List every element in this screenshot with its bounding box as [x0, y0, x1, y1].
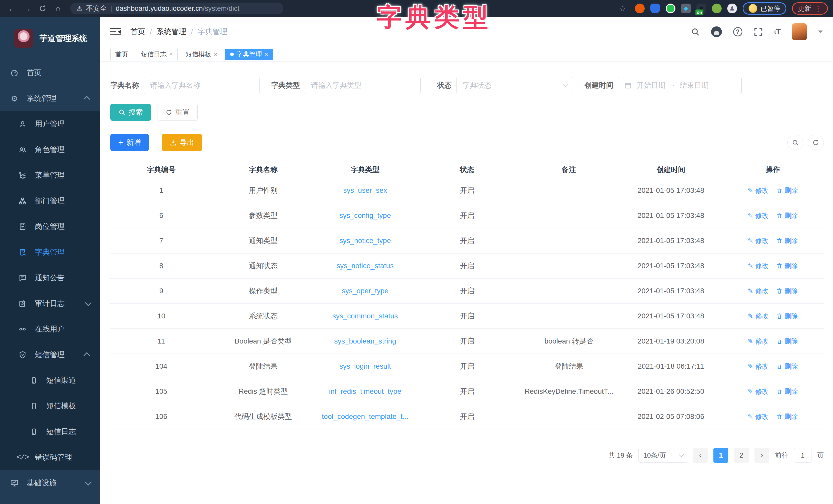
dict-type-link[interactable]: sys_oper_type	[342, 287, 388, 295]
extensions-puzzle-icon[interactable]: ♟	[727, 4, 737, 13]
refresh-table-button[interactable]	[808, 134, 824, 150]
edit-button[interactable]: ✎修改	[748, 236, 769, 245]
delete-button[interactable]: 删除	[776, 261, 798, 271]
close-icon[interactable]: ×	[214, 51, 217, 58]
sidebar-item-roles[interactable]: 角色管理	[0, 137, 100, 162]
dict-type-link[interactable]: sys_notice_type	[339, 236, 391, 245]
sidebar-item-sms[interactable]: 短信管理	[0, 342, 100, 368]
sidebar-item-dict[interactable]: 字典管理	[0, 240, 100, 265]
delete-button[interactable]: 删除	[776, 337, 798, 346]
edit-button[interactable]: ✎修改	[748, 337, 769, 346]
sidebar-item-online-users[interactable]: 在线用户	[0, 316, 100, 342]
sidebar-item-audit-log[interactable]: 审计日志	[0, 291, 100, 316]
dict-type-link[interactable]: sys_boolean_string	[334, 337, 396, 345]
fullscreen-icon[interactable]	[754, 27, 763, 36]
extension-icon[interactable]	[666, 4, 675, 13]
breadcrumb-home[interactable]: 首页	[130, 27, 145, 37]
sidebar-item-error-code[interactable]: </> 错误码管理	[0, 445, 100, 470]
edit-button[interactable]: ✎修改	[748, 362, 769, 371]
extension-icon[interactable]	[635, 4, 645, 13]
page-button-2[interactable]: 2	[734, 448, 749, 463]
tab-sms-log[interactable]: 短信日志 ×	[136, 49, 177, 60]
sidebar-item-posts[interactable]: 岗位管理	[0, 214, 100, 240]
browser-back-button[interactable]: ←	[5, 2, 19, 15]
status-select[interactable]: 字典状态	[456, 77, 573, 94]
dict-type-link[interactable]: sys_user_sex	[343, 186, 387, 195]
export-button[interactable]: 导出	[162, 134, 202, 151]
sidebar-item-home[interactable]: 首页	[0, 60, 100, 85]
edit-button[interactable]: ✎修改	[748, 312, 769, 321]
reset-button[interactable]: 重置	[158, 104, 197, 121]
search-icon[interactable]	[691, 27, 700, 36]
browser-home-button[interactable]: ⌂	[51, 2, 65, 15]
tab-home[interactable]: 首页	[110, 49, 133, 60]
toggle-search-button[interactable]	[787, 134, 803, 150]
close-icon[interactable]: ×	[265, 51, 268, 58]
page-button-1[interactable]: 1	[713, 448, 728, 463]
font-size-icon[interactable]: tT	[774, 27, 781, 36]
avatar-dropdown-caret[interactable]	[818, 30, 823, 33]
browser-update-chip[interactable]: 更新 ⋮	[792, 2, 828, 15]
edit-button[interactable]: ✎修改	[748, 186, 769, 195]
address-bar[interactable]: ⚠ 不安全 | dashboard.yudao.iocoder.cn/syste…	[70, 3, 283, 14]
delete-button[interactable]: 删除	[776, 286, 798, 296]
tab-dict-active[interactable]: 字典管理 ×	[225, 49, 273, 60]
sidebar-item-infrastructure[interactable]: 基础设施	[0, 470, 100, 496]
bookmark-star-icon[interactable]: ☆	[616, 2, 629, 15]
sidebar-item-users[interactable]: 用户管理	[0, 111, 100, 137]
extension-icon[interactable]	[712, 4, 722, 13]
delete-button[interactable]: 删除	[776, 387, 798, 396]
dict-type-link[interactable]: sys_notice_status	[337, 262, 394, 270]
edit-button[interactable]: ✎修改	[748, 261, 769, 271]
page-size-select[interactable]: 10条/页	[639, 448, 687, 463]
browser-menu-icon[interactable]: ⋮	[814, 4, 822, 13]
prev-page-button[interactable]: ‹	[693, 448, 708, 463]
edit-button[interactable]: ✎修改	[748, 286, 769, 296]
sidebar-item-menus[interactable]: 菜单管理	[0, 162, 100, 188]
help-icon[interactable]: ?	[733, 27, 742, 36]
dict-type-link[interactable]: sys_common_status	[332, 312, 398, 320]
delete-button[interactable]: 删除	[776, 211, 798, 220]
edit-button[interactable]: ✎修改	[748, 412, 769, 421]
edit-button[interactable]: ✎修改	[748, 211, 769, 220]
sidebar-fold-button[interactable]	[110, 27, 121, 36]
extension-icon[interactable]	[650, 4, 660, 13]
dict-type-input[interactable]	[311, 81, 414, 90]
edit-button[interactable]: ✎修改	[748, 387, 769, 396]
tab-sms-template[interactable]: 短信模板 ×	[181, 49, 222, 60]
date-range-picker[interactable]: 开始日期 ~ 结束日期	[618, 77, 742, 94]
dict-type-link[interactable]: sys_config_type	[339, 211, 391, 220]
browser-forward-button[interactable]: →	[21, 2, 34, 15]
sidebar-item-sms-log[interactable]: 短信日志	[0, 419, 100, 445]
cell-dict-name: Redis 超时类型	[212, 379, 314, 404]
extension-icon[interactable]: ≡on	[696, 4, 706, 13]
dict-name-input[interactable]	[150, 81, 253, 90]
add-button[interactable]: + 新增	[110, 134, 149, 151]
sidebar-item-sms-channel[interactable]: 短信渠道	[0, 368, 100, 393]
search-button[interactable]: 搜索	[110, 104, 151, 121]
delete-button[interactable]: 删除	[776, 412, 798, 421]
next-page-button[interactable]: ›	[755, 448, 769, 463]
extension-icon[interactable]: ◆	[681, 4, 691, 13]
sidebar-item-label: 短信日志	[46, 427, 76, 437]
dict-type-link[interactable]: inf_redis_timeout_type	[329, 387, 401, 396]
user-avatar[interactable]	[792, 23, 807, 40]
browser-reload-button[interactable]	[36, 2, 49, 15]
sidebar-logo-row[interactable]: 芋道管理系统	[0, 17, 100, 60]
delete-button[interactable]: 删除	[776, 362, 798, 371]
github-icon[interactable]	[711, 26, 722, 37]
profile-paused-chip[interactable]: 已暂停	[743, 2, 786, 15]
logo-avatar	[15, 29, 33, 48]
sidebar-item-system[interactable]: ⚙ 系统管理	[0, 85, 100, 111]
delete-button[interactable]: 删除	[776, 312, 798, 321]
breadcrumb-system[interactable]: 系统管理	[157, 27, 186, 37]
sidebar-item-notice[interactable]: 通知公告	[0, 265, 100, 291]
delete-button[interactable]: 删除	[776, 186, 798, 195]
dict-type-link[interactable]: tool_codegen_template_t...	[322, 412, 408, 421]
delete-button[interactable]: 删除	[776, 236, 798, 245]
sidebar-item-sms-template[interactable]: 短信模板	[0, 393, 100, 419]
goto-page-input[interactable]	[794, 448, 811, 463]
close-icon[interactable]: ×	[169, 51, 173, 58]
sidebar-item-departments[interactable]: 部门管理	[0, 188, 100, 214]
dict-type-link[interactable]: sys_login_result	[339, 362, 391, 371]
